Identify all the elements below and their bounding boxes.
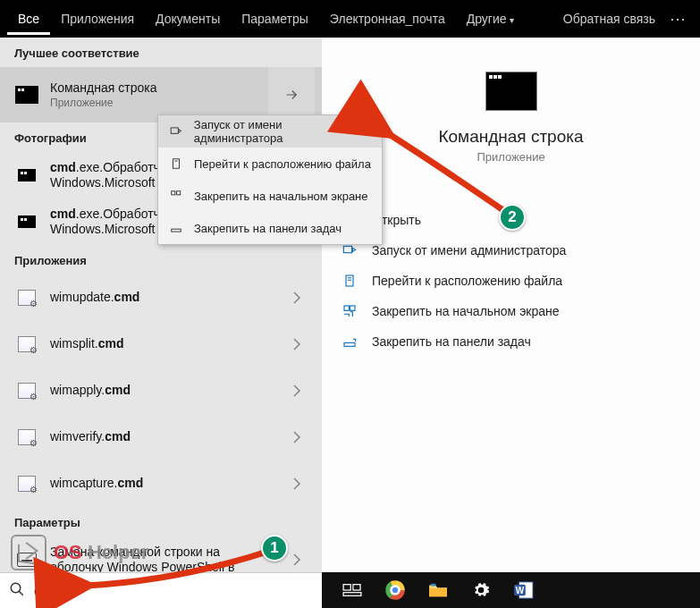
pin-start-icon	[167, 190, 185, 202]
svg-rect-3	[344, 306, 349, 310]
search-filter-tabs: Все Приложения Документы Параметры Элект…	[0, 0, 700, 38]
context-open-location[interactable]: Перейти к расположению файла	[158, 148, 382, 180]
context-pin-start[interactable]: Закрепить на начальном экране	[158, 180, 382, 212]
tab-email[interactable]: Электронная_почта	[319, 3, 456, 35]
terminal-icon	[14, 209, 39, 234]
chevron-right-icon[interactable]	[279, 466, 315, 502]
action-pin-start[interactable]: Закрепить на начальном экране	[340, 296, 682, 326]
svg-rect-12	[343, 585, 350, 590]
result-title: wimapply.cmd	[50, 383, 279, 399]
taskbar: W	[322, 572, 700, 608]
annotation-badge-2: 2	[499, 204, 526, 231]
action-run-as-admin[interactable]: Запуск от имени администратора	[340, 235, 682, 266]
context-run-as-admin[interactable]: Запуск от имени администратора	[158, 115, 382, 148]
best-match-title: Командная строка	[50, 80, 268, 97]
svg-rect-8	[172, 191, 175, 195]
pin-taskbar-icon	[340, 332, 359, 351]
pin-taskbar-icon	[167, 222, 185, 234]
watermark: OS Helper	[11, 535, 148, 570]
chevron-right-icon[interactable]	[279, 326, 315, 362]
terminal-icon	[14, 82, 39, 107]
app-result[interactable]: wimcapture.cmd	[0, 460, 322, 507]
svg-rect-14	[343, 593, 361, 596]
tab-all[interactable]: Все	[7, 3, 50, 35]
search-icon	[9, 581, 27, 600]
settings-gear-icon[interactable]	[470, 579, 492, 601]
svg-rect-21	[429, 588, 447, 596]
svg-rect-6	[171, 128, 178, 133]
context-menu: Запуск от имени администратора Перейти к…	[157, 114, 383, 245]
app-result[interactable]: wimsplit.cmd	[0, 321, 322, 367]
search-input[interactable]	[34, 583, 313, 599]
section-apps: Приложения	[0, 245, 322, 274]
admin-icon	[167, 125, 185, 138]
best-match-subtitle: Приложение	[50, 97, 268, 109]
terminal-icon	[14, 163, 39, 188]
script-icon	[14, 332, 39, 357]
feedback-link[interactable]: Обратная связь	[556, 12, 662, 26]
app-result[interactable]: wimupdate.cmd	[0, 274, 322, 321]
svg-rect-4	[350, 306, 355, 310]
svg-rect-2	[346, 275, 353, 286]
tab-apps[interactable]: Приложения	[50, 3, 145, 35]
search-box[interactable]	[0, 572, 322, 608]
script-icon	[14, 471, 39, 496]
chrome-icon[interactable]	[384, 579, 406, 601]
section-best-match: Лучшее соответствие	[0, 38, 322, 67]
app-result[interactable]: wimverify.cmd	[0, 414, 322, 460]
folder-icon	[167, 157, 185, 170]
result-title: wimsplit.cmd	[50, 336, 279, 352]
result-title: wimcapture.cmd	[50, 476, 279, 492]
script-icon	[14, 285, 39, 310]
overflow-menu[interactable]: ⋯	[662, 9, 693, 29]
word-icon[interactable]: W	[513, 579, 535, 601]
context-pin-taskbar[interactable]: Закрепить на панели задач	[158, 212, 382, 244]
svg-rect-7	[173, 159, 180, 169]
chevron-right-icon[interactable]	[279, 280, 315, 316]
script-icon	[14, 425, 39, 450]
svg-point-11	[11, 583, 21, 593]
result-title: wimupdate.cmd	[50, 290, 279, 306]
app-result[interactable]: wimapply.cmd	[0, 367, 322, 414]
cursor-icon	[11, 535, 46, 570]
tab-settings[interactable]: Параметры	[231, 3, 319, 35]
svg-rect-1	[343, 246, 351, 252]
svg-rect-10	[172, 229, 181, 232]
app-thumbnail	[485, 72, 537, 111]
svg-text:W: W	[516, 586, 525, 595]
svg-rect-5	[344, 342, 355, 346]
svg-rect-13	[353, 585, 360, 590]
svg-rect-9	[177, 191, 181, 195]
script-icon	[14, 378, 39, 403]
result-title: wimverify.cmd	[50, 429, 279, 445]
tab-more-categories[interactable]: Другие ▾	[456, 3, 526, 35]
task-view-icon[interactable]	[342, 579, 363, 601]
file-explorer-icon[interactable]	[427, 579, 449, 601]
chevron-right-icon[interactable]	[279, 419, 315, 455]
folder-icon	[340, 271, 359, 291]
annotation-badge-1: 1	[261, 535, 288, 562]
chevron-right-icon[interactable]	[279, 373, 315, 409]
action-pin-taskbar[interactable]: Закрепить на панели задач	[340, 326, 682, 357]
action-open-location[interactable]: Перейти к расположению файла	[340, 266, 682, 296]
tab-documents[interactable]: Документы	[145, 3, 231, 35]
pin-start-icon	[340, 301, 359, 321]
section-settings: Параметры	[0, 507, 322, 536]
svg-rect-22	[431, 584, 435, 587]
